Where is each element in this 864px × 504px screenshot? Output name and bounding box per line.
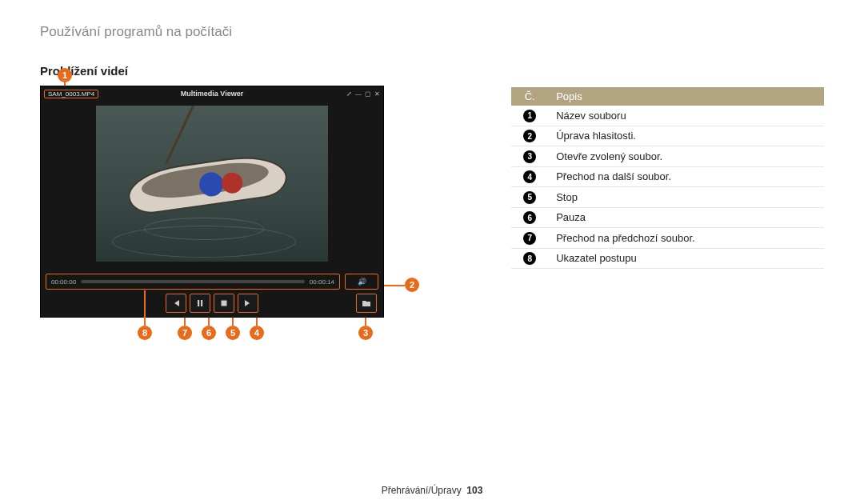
close-icon[interactable]: ✕ <box>374 90 380 98</box>
breadcrumb: Používání programů na počítači <box>40 24 824 40</box>
page-footer: Přehrávání/Úpravy 103 <box>0 485 864 496</box>
row-num: 7 <box>523 232 536 245</box>
table-row: 3Otevře zvolený soubor. <box>511 146 824 167</box>
video-frame <box>96 106 328 262</box>
table-row: 8Ukazatel postupu <box>511 248 824 269</box>
row-desc: Název souboru <box>548 106 824 126</box>
row-desc: Ukazatel postupu <box>548 248 824 269</box>
time-elapsed: 00:00:00 <box>51 278 76 286</box>
svg-rect-0 <box>198 300 199 306</box>
row-num: 6 <box>523 211 536 224</box>
table-row: 5Stop <box>511 187 824 208</box>
pause-button[interactable] <box>190 294 210 313</box>
footer-page: 103 <box>466 485 482 496</box>
progress-bar-frame[interactable]: 00:00:00 00:00:14 <box>46 274 340 290</box>
row-num: 2 <box>523 130 536 142</box>
stop-button[interactable] <box>214 294 234 313</box>
next-button[interactable] <box>238 294 258 313</box>
table-row: 2Úprava hlasitosti. <box>511 126 824 146</box>
row-desc: Přechod na další soubor. <box>548 166 824 187</box>
callout-line <box>232 318 234 326</box>
callout-8: 8 <box>138 326 152 340</box>
row-num: 4 <box>523 170 536 183</box>
footer-section: Přehrávání/Úpravy <box>382 485 462 496</box>
row-num: 5 <box>523 191 536 204</box>
callout-4: 4 <box>250 326 264 340</box>
svg-rect-1 <box>201 300 202 306</box>
callout-6: 6 <box>202 326 216 340</box>
table-row: 7Přechod na předchozí soubor. <box>511 228 824 249</box>
title-bar: SAM_0003.MP4 Multimedia Viewer ⤢ — ▢ ✕ <box>41 86 383 101</box>
row-desc: Otevře zvolený soubor. <box>548 146 824 167</box>
progress-row: 00:00:00 00:00:14 🔊 <box>46 274 378 290</box>
callout-7: 7 <box>178 326 192 340</box>
callout-2: 2 <box>405 278 419 292</box>
callout-line <box>144 290 146 326</box>
annotated-screenshot: 1 SAM_0003.MP4 Multimedia Viewer ⤢ — ▢ ✕ <box>40 86 407 318</box>
callout-line <box>184 318 186 326</box>
progress-track[interactable] <box>81 280 305 283</box>
multimedia-viewer-window: SAM_0003.MP4 Multimedia Viewer ⤢ — ▢ ✕ <box>40 86 384 318</box>
description-table: Č. Popis 1Název souboru 2Úprava hlasitos… <box>511 87 824 318</box>
row-desc: Úprava hlasitosti. <box>548 126 824 146</box>
row-num: 1 <box>523 110 536 122</box>
row-desc: Pauza <box>548 207 824 228</box>
row-desc: Stop <box>548 187 824 208</box>
open-folder-button[interactable] <box>356 294 377 313</box>
time-total: 00:00:14 <box>310 278 334 286</box>
table-row: 1Název souboru <box>511 106 824 126</box>
playback-buttons-row <box>41 293 383 314</box>
table-header-desc: Popis <box>548 87 824 106</box>
subheading: Prohlížení videí <box>40 64 824 78</box>
maximize-icon[interactable]: ▢ <box>365 90 371 98</box>
minimize-icon[interactable]: — <box>355 90 362 98</box>
table-header-num: Č. <box>511 87 548 106</box>
window-controls[interactable]: ⤢ — ▢ ✕ <box>346 90 380 98</box>
filename-chip: SAM_0003.MP4 <box>44 90 98 98</box>
callout-line <box>256 318 258 326</box>
row-num: 3 <box>523 150 536 163</box>
row-desc: Přechod na předchozí soubor. <box>548 228 824 249</box>
expand-icon[interactable]: ⤢ <box>346 90 352 98</box>
volume-icon[interactable]: 🔊 <box>358 278 366 286</box>
callout-line <box>365 318 366 326</box>
table-row: 4Přechod na další soubor. <box>511 166 824 187</box>
volume-control-frame[interactable]: 🔊 <box>345 274 378 290</box>
callout-3: 3 <box>358 326 373 340</box>
svg-rect-2 <box>222 301 227 306</box>
callout-line <box>208 318 210 326</box>
table-row: 6Pauza <box>511 207 824 228</box>
window-title: Multimedia Viewer <box>181 90 243 98</box>
row-num: 8 <box>523 252 536 265</box>
callout-5: 5 <box>226 326 240 340</box>
callout-line <box>384 285 405 286</box>
prev-button[interactable] <box>166 294 186 313</box>
callout-1: 1 <box>58 68 72 82</box>
